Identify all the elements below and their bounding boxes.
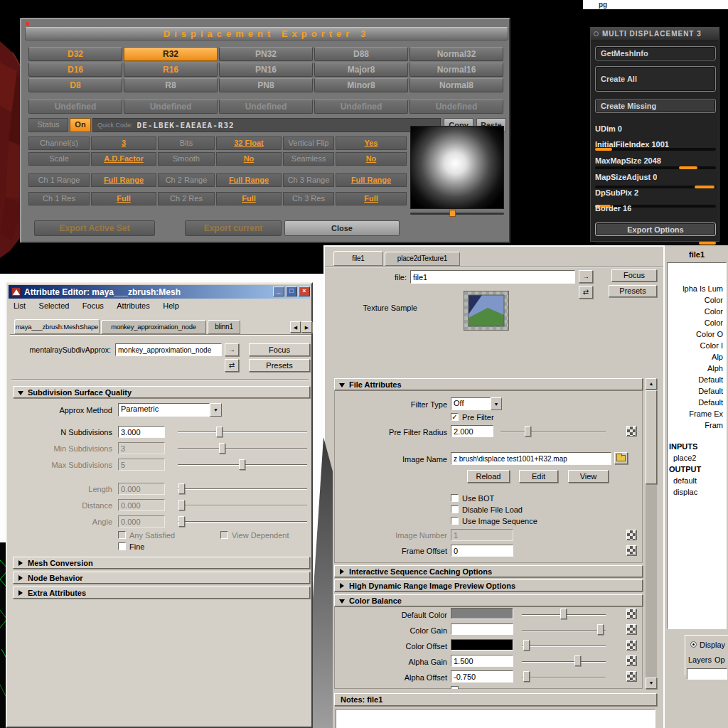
section-file-attributes[interactable]: File Attributes bbox=[334, 378, 643, 390]
section-hdr-preview-options[interactable]: High Dynamic Range Image Preview Options bbox=[334, 579, 643, 592]
scrollbar-thumb[interactable] bbox=[646, 390, 657, 484]
info-value[interactable]: No bbox=[336, 152, 407, 166]
tab-approximation-node[interactable]: monkey_approximation_node bbox=[101, 320, 206, 334]
pre-filter-radius-input[interactable] bbox=[451, 425, 493, 437]
scroll-up-button[interactable]: ▲ bbox=[646, 378, 657, 390]
channel-item[interactable]: Alp bbox=[668, 351, 726, 363]
info-value[interactable]: No bbox=[216, 152, 282, 166]
info-value[interactable]: Full Range bbox=[336, 173, 407, 187]
scroll-down-button[interactable]: ▼ bbox=[646, 678, 657, 689]
presets-button[interactable]: Presets bbox=[249, 359, 310, 372]
create-missing-button[interactable]: Create Missing bbox=[595, 99, 716, 113]
close-button[interactable]: Close bbox=[284, 220, 400, 236]
pre-filter-radius-slider-handle[interactable] bbox=[525, 426, 531, 437]
menu-selected[interactable]: Selected bbox=[34, 300, 75, 311]
color-gain-swatch[interactable] bbox=[451, 623, 513, 635]
output-node-item[interactable]: displac bbox=[668, 486, 726, 498]
color-offset-slider[interactable] bbox=[522, 646, 606, 647]
format-button[interactable]: R16 bbox=[124, 63, 218, 77]
format-button-undefined[interactable]: Undefined bbox=[28, 100, 122, 114]
file-name-input[interactable] bbox=[410, 270, 575, 284]
format-button[interactable]: D16 bbox=[28, 63, 122, 77]
section-subdivision-surface-quality[interactable]: Subdivision Surface Quality bbox=[13, 386, 310, 398]
format-button[interactable]: PN16 bbox=[219, 63, 313, 77]
export-options-button[interactable]: Export Options bbox=[595, 223, 716, 236]
channel-item[interactable]: Default bbox=[668, 385, 726, 397]
tab-next-button[interactable]: ▶ bbox=[301, 321, 312, 333]
channel-item[interactable]: Frame Ex bbox=[668, 408, 726, 419]
format-button[interactable]: D32 bbox=[28, 47, 122, 61]
approx-method-dropdown[interactable]: Parametric bbox=[118, 403, 210, 417]
pre-filter-checkbox[interactable]: ✓ bbox=[451, 413, 459, 421]
input-node-item[interactable]: place2 bbox=[668, 452, 726, 464]
section-color-balance[interactable]: Color Balance bbox=[334, 594, 643, 606]
map-button[interactable] bbox=[626, 609, 637, 619]
format-button[interactable]: Normal8 bbox=[410, 78, 503, 92]
info-value[interactable]: Full Range bbox=[91, 173, 156, 187]
preview-slider-handle[interactable] bbox=[449, 210, 456, 217]
channel-item[interactable]: Color I bbox=[668, 340, 726, 351]
fine-checkbox[interactable] bbox=[118, 542, 126, 550]
color-offset-slider-handle[interactable] bbox=[523, 640, 530, 651]
format-button[interactable]: Normal16 bbox=[410, 63, 503, 77]
n-subdivisions-slider[interactable] bbox=[178, 432, 307, 433]
map-button[interactable] bbox=[626, 426, 637, 437]
close-button[interactable]: × bbox=[299, 287, 310, 296]
color-gain-slider[interactable] bbox=[522, 630, 606, 631]
export-current-button[interactable]: Export current bbox=[185, 220, 282, 236]
format-button-selected[interactable]: R32 bbox=[124, 47, 218, 61]
get-mesh-info-button[interactable]: GetMeshInfo bbox=[595, 46, 716, 60]
view-button[interactable]: View bbox=[568, 470, 609, 483]
connect-output-button[interactable]: ⇄ bbox=[579, 286, 593, 299]
format-button-undefined[interactable]: Undefined bbox=[410, 100, 503, 114]
focus-button[interactable]: Focus bbox=[249, 343, 310, 356]
status-on-button[interactable]: On bbox=[70, 118, 91, 132]
tab-meshshape[interactable]: maya___zbrush:MeshShape bbox=[14, 319, 100, 334]
border-slider[interactable] bbox=[595, 242, 716, 245]
format-button-undefined[interactable]: Undefined bbox=[314, 100, 408, 114]
filter-type-dropdown[interactable]: Off bbox=[451, 397, 491, 410]
alpha-offset-slider[interactable] bbox=[522, 677, 606, 678]
menu-focus[interactable]: Focus bbox=[77, 300, 109, 311]
format-button[interactable]: PN32 bbox=[219, 47, 313, 61]
format-button[interactable]: R8 bbox=[124, 78, 218, 92]
connect-input-button[interactable]: → bbox=[225, 343, 239, 356]
menu-list[interactable]: List bbox=[9, 300, 31, 311]
map-button[interactable] bbox=[626, 640, 637, 651]
tab-blinn1[interactable]: blinn1 bbox=[208, 320, 240, 334]
reload-button[interactable]: Reload bbox=[467, 470, 510, 483]
alpha-offset-input[interactable] bbox=[451, 670, 513, 682]
disable-file-load-checkbox[interactable] bbox=[451, 505, 459, 513]
connect-input-button[interactable]: → bbox=[579, 270, 593, 283]
menu-attributes[interactable]: Attributes bbox=[112, 300, 154, 311]
create-all-button[interactable]: Create All bbox=[595, 66, 716, 92]
notes-textarea[interactable] bbox=[336, 709, 655, 728]
alpha-offset-slider-handle[interactable] bbox=[523, 671, 530, 682]
format-button[interactable]: PN8 bbox=[219, 78, 313, 92]
tab-place2dtexture1[interactable]: place2dTexture1 bbox=[385, 252, 460, 266]
edit-button[interactable]: Edit bbox=[519, 470, 558, 483]
channel-item[interactable]: Default bbox=[668, 374, 726, 385]
menu-help[interactable]: Help bbox=[158, 300, 184, 311]
format-button-undefined[interactable]: Undefined bbox=[219, 100, 313, 114]
channel-item[interactable]: Alph bbox=[668, 363, 726, 374]
use-bot-checkbox[interactable] bbox=[451, 494, 459, 502]
section-interactive-sequence-caching[interactable]: Interactive Sequence Caching Options bbox=[334, 565, 643, 577]
info-value[interactable]: Full bbox=[336, 192, 407, 205]
channel-item[interactable]: Fram bbox=[668, 419, 726, 431]
info-value[interactable]: Full bbox=[91, 192, 156, 205]
format-button[interactable]: D88 bbox=[314, 47, 408, 61]
dropdown-arrow-icon[interactable]: ▼ bbox=[210, 403, 222, 417]
minimize-button[interactable]: _ bbox=[273, 287, 284, 296]
info-value[interactable]: Full Range bbox=[216, 173, 282, 187]
display-radio[interactable] bbox=[690, 641, 697, 648]
subdiv-approx-input[interactable] bbox=[115, 343, 222, 356]
channel-item[interactable]: Color bbox=[668, 317, 726, 328]
default-color-slider-handle[interactable] bbox=[560, 609, 567, 619]
channel-item[interactable]: Color O bbox=[668, 328, 726, 340]
color-gain-slider-handle[interactable] bbox=[597, 624, 604, 635]
channel-item[interactable]: Color bbox=[668, 294, 726, 306]
info-value[interactable]: Full bbox=[216, 192, 282, 205]
map-button[interactable] bbox=[626, 624, 637, 635]
maximize-button[interactable]: □ bbox=[286, 287, 297, 296]
